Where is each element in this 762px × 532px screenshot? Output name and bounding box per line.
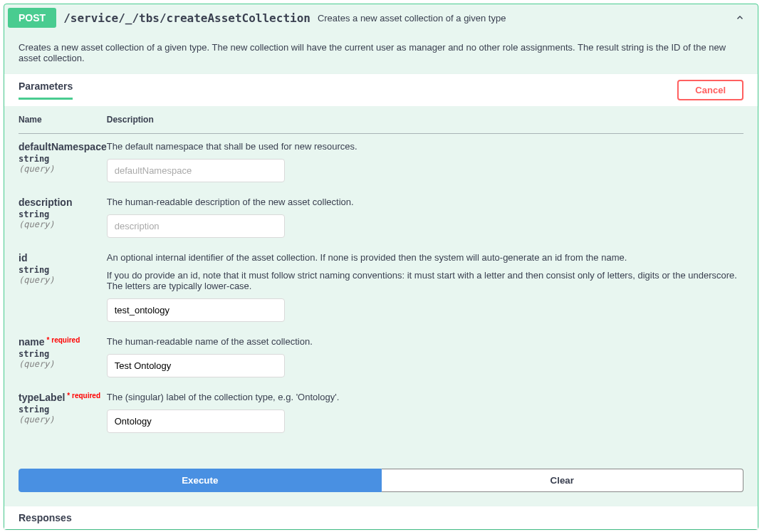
execute-button[interactable]: Execute — [19, 469, 382, 492]
operation-summary: Creates a new asset collection of a give… — [318, 13, 733, 24]
param-type: string — [19, 403, 107, 414]
parameters-tab[interactable]: Parameters — [19, 80, 73, 100]
param-type: string — [19, 208, 107, 219]
param-name: id — [19, 252, 107, 264]
param-in: (query) — [19, 275, 107, 285]
table-row: defaultNamespacestring(query)The default… — [19, 134, 743, 190]
required-marker: * required — [45, 336, 80, 344]
param-description: The human-readable name of the asset col… — [107, 336, 743, 347]
execute-button-row: Execute Clear — [4, 454, 758, 506]
clear-button[interactable]: Clear — [382, 469, 744, 492]
param-name-cell: name* requiredstring(query) — [19, 329, 107, 385]
param-in: (query) — [19, 164, 107, 174]
cancel-button[interactable]: Cancel — [677, 80, 743, 100]
param-name-cell: idstring(query) — [19, 245, 107, 329]
param-input-description[interactable] — [107, 214, 285, 238]
operation-description: Creates a new asset collection of a give… — [4, 31, 758, 74]
param-name: name* required — [19, 336, 107, 348]
collapse-arrow-icon[interactable] — [733, 11, 747, 25]
parameters-header: Parameters Cancel — [4, 74, 758, 106]
param-input-typeLabel[interactable] — [107, 410, 285, 433]
param-description-cell: The default namespace that shall be used… — [107, 134, 743, 190]
param-input-id[interactable] — [107, 298, 285, 322]
col-name-header: Name — [19, 106, 107, 134]
param-in: (query) — [19, 359, 107, 369]
param-description-cell: An optional internal identifier of the a… — [107, 245, 743, 329]
param-name-cell: defaultNamespacestring(query) — [19, 134, 107, 190]
param-description-cell: The human-readable description of the ne… — [107, 189, 743, 245]
parameters-section: Parameters Cancel — [4, 74, 758, 106]
param-description-cell: The (singular) label of the collection t… — [107, 385, 743, 440]
param-input-defaultNamespace[interactable] — [107, 159, 285, 182]
operation-path: /service/_/tbs/createAssetCollection — [56, 11, 318, 25]
param-in: (query) — [19, 219, 107, 229]
required-marker: * required — [65, 392, 100, 400]
param-name-cell: typeLabel* requiredstring(query) — [19, 385, 107, 440]
param-type: string — [19, 348, 107, 359]
param-description-cell: The human-readable name of the asset col… — [107, 329, 743, 385]
param-name: defaultNamespace — [19, 141, 107, 152]
table-row: idstring(query)An optional internal iden… — [19, 245, 743, 329]
http-method-badge: POST — [8, 8, 56, 28]
table-row: name* requiredstring(query)The human-rea… — [19, 329, 743, 385]
operation-summary-row[interactable]: POST /service/_/tbs/createAssetCollectio… — [4, 4, 758, 31]
operation-block: POST /service/_/tbs/createAssetCollectio… — [4, 4, 758, 530]
table-row: descriptionstring(query)The human-readab… — [19, 189, 743, 245]
parameters-table-wrapper: Name Description defaultNamespacestring(… — [4, 106, 758, 454]
param-name-cell: descriptionstring(query) — [19, 189, 107, 245]
param-name: typeLabel* required — [19, 392, 107, 403]
param-type: string — [19, 264, 107, 275]
table-row: typeLabel* requiredstring(query)The (sin… — [19, 385, 743, 440]
param-in: (query) — [19, 414, 107, 424]
param-description: An optional internal identifier of the a… — [107, 252, 743, 291]
responses-header: Responses — [4, 506, 758, 529]
param-description: The human-readable description of the ne… — [107, 197, 743, 207]
param-description: The (singular) label of the collection t… — [107, 392, 743, 402]
param-type: string — [19, 152, 107, 164]
param-description: The default namespace that shall be used… — [107, 141, 743, 152]
parameters-table: Name Description defaultNamespacestring(… — [19, 106, 743, 440]
col-description-header: Description — [107, 106, 743, 134]
param-name: description — [19, 197, 107, 208]
param-input-name[interactable] — [107, 354, 285, 377]
